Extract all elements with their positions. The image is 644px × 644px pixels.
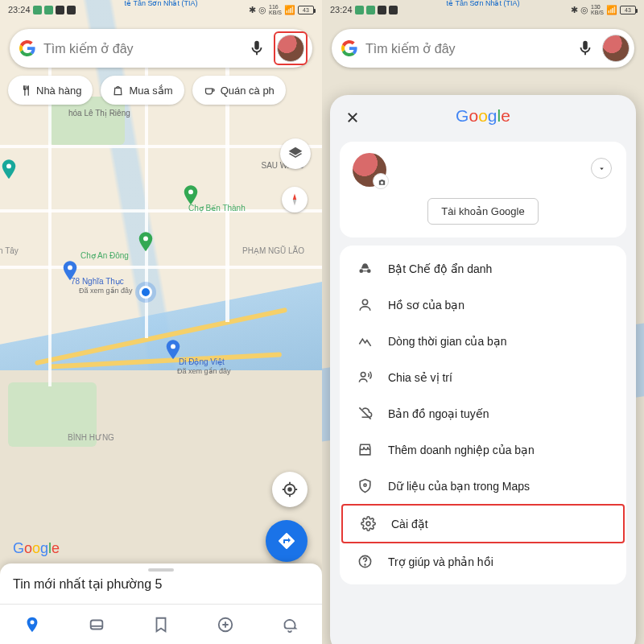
svg-point-11 <box>363 484 365 486</box>
chevron-down-icon <box>597 164 606 173</box>
search-placeholder: Tìm kiếm ở đây <box>43 41 240 56</box>
chip-shopping[interactable]: Mua sắm <box>101 76 184 105</box>
sheet-handle[interactable] <box>148 568 174 572</box>
google-title: Google <box>330 106 636 126</box>
menu-offline-maps[interactable]: Bản đồ ngoại tuyến <box>340 395 626 431</box>
phone-left: hóa Lê Thị Riêng SAU WARD Chợ Bến Thành … <box>0 0 322 644</box>
menu-add-business[interactable]: Thêm doanh nghiệp của bạn <box>340 431 626 468</box>
svg-point-2 <box>171 344 175 349</box>
sheet-title: Tin mới nhất tại phường 5 <box>13 576 162 592</box>
menu-card: Bật Chế độ ẩn danh Hồ sơ của bạn Dòng th… <box>340 246 626 584</box>
nav-updates[interactable] <box>258 605 322 644</box>
person-icon <box>357 297 373 312</box>
nav-contribute[interactable] <box>193 605 258 644</box>
google-logo-icon <box>341 40 357 56</box>
status-time: 23:24 <box>8 5 31 14</box>
svg-point-1 <box>68 265 72 270</box>
directions-icon <box>277 531 296 551</box>
poi-sublabel: Đã xem gần đây <box>79 287 133 295</box>
svg-point-0 <box>143 236 148 241</box>
shopping-bag-icon <box>112 85 124 97</box>
storefront-icon <box>357 442 373 457</box>
incognito-icon <box>357 261 373 276</box>
map-pin-icon[interactable] <box>137 233 155 251</box>
help-icon <box>357 554 373 569</box>
area-label: PHẠM NGŨ LÃO <box>242 246 304 255</box>
profile-avatar[interactable] <box>277 35 304 62</box>
avatar-highlight <box>274 31 308 65</box>
fork-knife-icon <box>19 85 31 97</box>
search-placeholder: Tìm kiếm ở đây <box>365 41 568 56</box>
bottom-sheet[interactable]: Tin mới nhất tại phường 5 <box>0 564 322 604</box>
crosshair-icon <box>281 481 299 498</box>
share-location-icon <box>357 369 373 385</box>
map-pin-icon[interactable] <box>164 341 182 359</box>
my-location-button[interactable] <box>272 472 308 507</box>
category-chips: Nhà hàng Mua sắm Quán cà ph <box>8 76 322 105</box>
menu-help[interactable]: Trợ giúp và phản hồi <box>340 543 626 580</box>
svg-rect-7 <box>91 620 103 629</box>
battery-icon: 43 <box>298 6 314 14</box>
menu-share-location[interactable]: Chia sẻ vị trí <box>340 359 626 395</box>
svg-point-14 <box>365 564 365 565</box>
phone-right: 23:24 tế Tân Sơn Nhất (TIA) ✱◎ 130KB/S 📶… <box>322 0 644 644</box>
search-bar[interactable]: Tìm kiếm ở đây <box>332 29 634 68</box>
svg-point-3 <box>188 189 193 194</box>
nav-explore[interactable] <box>0 605 64 644</box>
directions-button[interactable] <box>266 520 308 562</box>
map-pin-icon[interactable] <box>0 161 18 179</box>
menu-timeline[interactable]: Dòng thời gian của bạn <box>340 323 626 359</box>
account-dropdown[interactable] <box>591 158 612 179</box>
coffee-cup-icon <box>204 85 216 97</box>
svg-point-4 <box>6 163 11 168</box>
map-pin-icon[interactable] <box>61 262 79 280</box>
svg-point-12 <box>366 522 370 526</box>
mic-icon[interactable] <box>248 39 266 57</box>
battery-icon: 43 <box>620 6 636 14</box>
svg-point-10 <box>361 373 365 378</box>
poi-label: Di Động Việt <box>179 357 225 366</box>
google-logo-icon <box>19 40 35 56</box>
status-bar: 23:24 tế Tân Sơn Nhất (TIA) ✱◎ 116KB/S 📶… <box>0 0 322 19</box>
compass-button[interactable] <box>282 187 308 213</box>
layers-icon <box>287 146 303 162</box>
cloud-off-icon <box>357 406 373 421</box>
profile-avatar[interactable] <box>602 35 630 62</box>
google-watermark: Google <box>13 540 60 557</box>
poi-label: Chợ An Đông <box>80 251 129 260</box>
status-bar: 23:24 tế Tân Sơn Nhất (TIA) ✱◎ 130KB/S 📶… <box>322 0 644 19</box>
account-card: Tài khoản Google <box>340 142 626 237</box>
google-account-button[interactable]: Tài khoản Google <box>427 198 538 225</box>
menu-your-data[interactable]: Dữ liệu của bạn trong Maps <box>340 468 626 504</box>
layers-button[interactable] <box>280 138 311 169</box>
area-label: n Tây <box>0 246 19 255</box>
menu-settings[interactable]: Cài đặt <box>341 504 625 543</box>
nav-saved[interactable] <box>129 605 193 644</box>
chip-coffee[interactable]: Quán cà ph <box>192 76 286 105</box>
compass-icon <box>287 192 302 207</box>
gear-icon <box>361 516 376 531</box>
timeline-icon <box>357 333 373 349</box>
svg-point-6 <box>288 488 291 491</box>
status-airport: tế Tân Sơn Nhất (TIA) <box>125 0 198 7</box>
current-location-dot <box>139 286 152 299</box>
menu-profile[interactable]: Hồ sơ của bạn <box>340 287 626 323</box>
status-airport: tế Tân Sơn Nhất (TIA) <box>447 0 520 7</box>
camera-icon <box>378 178 386 187</box>
area-label: BÌNH HƯNG <box>68 433 114 442</box>
chip-restaurants[interactable]: Nhà hàng <box>8 76 93 105</box>
status-time: 23:24 <box>330 5 353 14</box>
search-bar[interactable]: Tìm kiếm ở đây <box>10 29 312 68</box>
account-sheet: Google Tài khoản Google Bật Chế độ ẩn da… <box>330 95 636 644</box>
mic-icon[interactable] <box>576 39 594 57</box>
nav-go[interactable] <box>64 605 129 644</box>
map-pin-icon[interactable] <box>182 187 200 204</box>
menu-incognito[interactable]: Bật Chế độ ẩn danh <box>340 250 626 287</box>
bottom-nav <box>0 604 322 644</box>
shield-icon <box>357 478 373 493</box>
poi-sublabel: Đã xem gần đây <box>177 367 231 375</box>
svg-point-9 <box>362 299 367 304</box>
poi-label: hóa Lê Thị Riêng <box>68 109 130 118</box>
